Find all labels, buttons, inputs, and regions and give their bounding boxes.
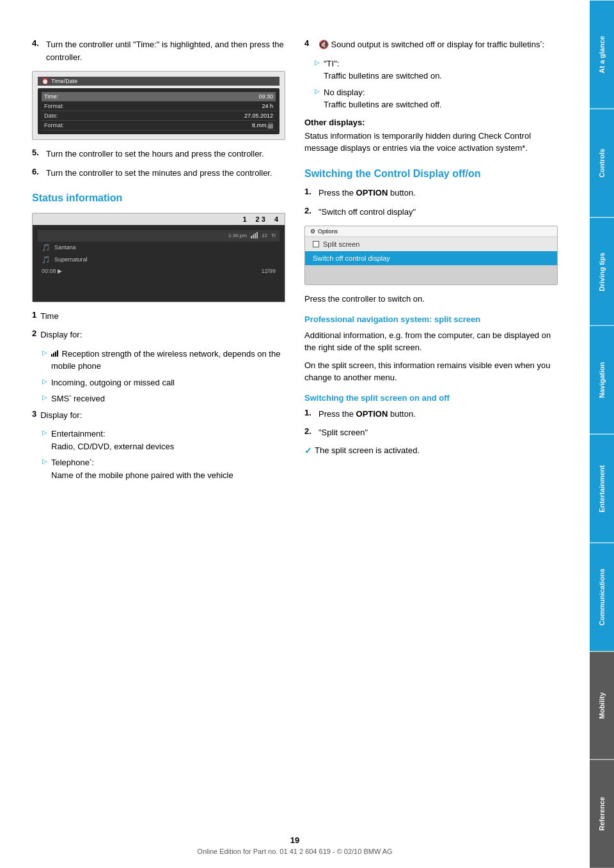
side-tabs: At a glance Controls Driving tips Naviga… (590, 0, 614, 868)
label-1: 1 (242, 215, 246, 223)
music-row-1: 🎵 Santana (38, 242, 279, 254)
asterisk-telephone: * (90, 458, 91, 463)
pro-nav-heading: Professional navigation system: split sc… (304, 314, 558, 324)
tab-driving-tips[interactable]: Driving tips (590, 217, 614, 326)
item-2-label: Display for: (40, 329, 285, 341)
step-5-text: Turn the controller to set the hours and… (46, 148, 285, 160)
step-4-right: 4 🔇 Sound output is switched off or disp… (304, 38, 558, 51)
asterisk-sms: * (69, 394, 71, 399)
sub-item-telephone: ▷ Telephone*: Name of the mobile phone p… (42, 456, 285, 481)
switch-control-step2: 2. "Switch off control display" (304, 206, 558, 219)
item-2-container: 2 Display for: ▷ Reception st (32, 329, 285, 405)
left-column: 4. Turn the controller until "Time:" is … (32, 38, 285, 485)
other-displays-text: Status information is temporarily hidden… (304, 130, 558, 155)
page-footer: 19 Online Edition for Part no. 01 41 2 6… (0, 835, 590, 855)
options-item-switch-off: Switch off control display (305, 251, 557, 265)
tab-entertainment[interactable]: Entertainment (590, 434, 614, 543)
switch-control-heading: Switching the Control Display off/on (304, 167, 558, 181)
track-time: 00:08 ▶ (42, 268, 62, 274)
item-2-num: 2 (32, 329, 36, 341)
pro-nav-para1: Additional information, e.g. from the co… (304, 329, 558, 354)
arrow-icon-call: ▷ (42, 378, 47, 389)
sub-item-call: ▷ Incoming, outgoing or missed call (42, 376, 285, 389)
device-row-format2: Format: tt.mm.jjjj (42, 121, 276, 130)
time-display: 1:30 pm (228, 233, 247, 238)
split-step1-num: 1. (304, 408, 315, 421)
label-2: 2 3 (256, 215, 265, 223)
step-6: 6. Turn the controller to set the minute… (32, 167, 285, 180)
status-device-screen: 1:30 pm 12 TI (33, 225, 285, 302)
step-4-right-text: 🔇 Sound output is switched off or displa… (319, 38, 558, 51)
sub-text-telephone: Telephone*: Name of the mobile phone pai… (51, 456, 285, 481)
split-step2: 2. "Split screen" (304, 426, 558, 439)
options-title: Options (318, 228, 338, 235)
step-4-num: 4. (32, 38, 42, 63)
options-screen-image: ⚙ Options Split screen Switch off contro… (304, 226, 558, 285)
item-1-num: 1 (32, 310, 36, 323)
device-row-time: Time: 09:30 (42, 92, 276, 102)
arrow-icon-no-display: ▷ (315, 88, 320, 111)
item-3-num: 3 (32, 409, 36, 422)
device-value-format2: tt.mm.jjjj (252, 122, 273, 128)
device-label-date: Date: (44, 112, 58, 119)
tab-navigation[interactable]: Navigation (590, 325, 614, 434)
step-6-text: Turn the controller to set the minutes a… (46, 167, 285, 180)
split-checkbox (313, 241, 319, 247)
tab-at-a-glance[interactable]: At a glance (590, 0, 614, 109)
tab-communications[interactable]: Communications (590, 543, 614, 651)
sub-text-entertainment: Entertainment: Radio, CD/DVD, external d… (51, 428, 285, 453)
item-3: 3 Display for: (32, 409, 285, 422)
tab-mobility[interactable]: Mobility (590, 651, 614, 760)
sub-item-sms: ▷ SMS* received (42, 392, 285, 405)
device-row-format1: Format: 24 h (42, 102, 276, 111)
sub-item-no-display: ▷ No display: Traffic bulletins are swit… (315, 86, 558, 111)
device-row-date: Date: 27.05.2012 (42, 111, 276, 121)
status-bar: 1:30 pm 12 TI (38, 230, 279, 242)
step-6-num: 6. (32, 167, 42, 180)
tab-reference[interactable]: Reference (590, 759, 614, 868)
device-title: Time/Date (51, 78, 77, 84)
device-title-bar: ⏰ Time/Date (38, 77, 279, 86)
step-4: 4. Turn the controller until "Time:" is … (32, 38, 285, 63)
clock-icon: ⏰ (42, 78, 49, 84)
network-12: 12 (262, 233, 267, 238)
track-number: 12/99 (261, 268, 276, 274)
music-icon-2: 🎵 (42, 256, 51, 264)
right-column: 4 🔇 Sound output is switched off or disp… (304, 38, 558, 485)
item-3-container: 3 Display for: ▷ Entertainment: Radio, C… (32, 409, 285, 482)
split-step2-num: 2. (304, 426, 315, 439)
arrow-icon-telephone: ▷ (42, 458, 47, 481)
time-date-device-image: ⏰ Time/Date Time: 09:30 Format: 24 h (32, 71, 285, 140)
options-spacer (305, 265, 557, 284)
step-4-right-num: 4 (304, 38, 315, 51)
split-step2-text: "Split screen" (319, 426, 558, 439)
music-icon-1: 🎵 (42, 244, 51, 252)
device-value-date: 27.05.2012 (244, 112, 273, 119)
switch-control-step2-num: 2. (304, 206, 315, 219)
device-screen: Time: 09:30 Format: 24 h Date: 27.05.201… (38, 88, 279, 134)
device-label-time: Time: (44, 93, 58, 100)
sub-text-signal: Reception strength of the wireless netwo… (51, 348, 285, 373)
switch-control-step1-num: 1. (304, 187, 315, 199)
ti-indicator: TI (271, 233, 276, 238)
arrow-icon-signal: ▷ (42, 349, 47, 373)
switch-control-step2-text: "Switch off control display" (319, 206, 558, 219)
track-time-row: 00:08 ▶ 12/99 (38, 266, 279, 276)
press-controller-text: Press the controller to switch on. (304, 293, 558, 306)
sub-text-ti: "TI": Traffic bulletins are switched on. (324, 58, 558, 82)
status-labels-row: 1 2 3 4 (33, 213, 285, 225)
status-screen-image: 1 2 3 4 1:30 pm (32, 213, 285, 302)
options-icon: ⚙ (310, 228, 315, 235)
item-1: 1 Time (32, 310, 285, 323)
split-activated-row: ✓ The split screen is activated. (304, 446, 558, 456)
switch-control-step1: 1. Press the OPTION button. (304, 187, 558, 199)
device-value-format1: 24 h (262, 103, 273, 109)
artist-name: Santana (54, 244, 76, 251)
arrow-icon-sms: ▷ (42, 394, 47, 405)
tab-controls[interactable]: Controls (590, 109, 614, 217)
item-3-label: Display for: (40, 409, 285, 422)
signal-icon (251, 232, 258, 240)
split-step1: 1. Press the OPTION button. (304, 408, 558, 421)
split-screen-heading: Switching the split screen on and off (304, 393, 558, 403)
album-name: Supernatural (54, 256, 88, 263)
